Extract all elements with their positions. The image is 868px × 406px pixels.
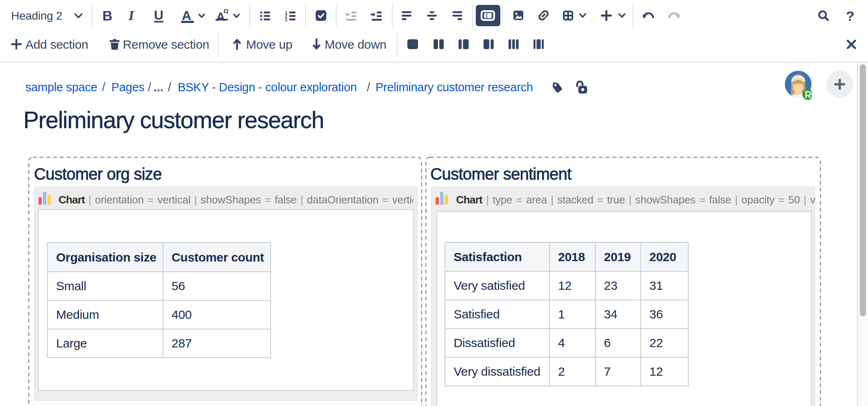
svg-text:3: 3 (285, 18, 287, 22)
